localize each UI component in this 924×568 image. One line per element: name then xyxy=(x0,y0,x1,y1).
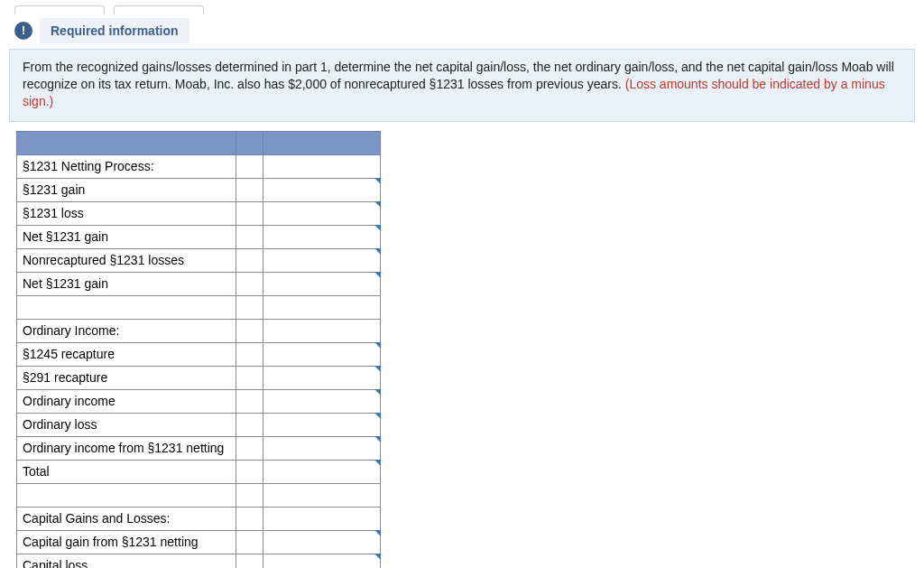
value-input-cell[interactable] xyxy=(263,366,381,389)
value-cell xyxy=(263,154,381,178)
spacer-cell xyxy=(236,460,263,483)
value-input-cell[interactable] xyxy=(263,178,381,201)
spacer-cell xyxy=(236,436,263,460)
value-input-cell[interactable] xyxy=(263,413,381,436)
tab-stub[interactable] xyxy=(114,5,204,14)
spacer-cell xyxy=(236,530,263,554)
value-input-cell[interactable] xyxy=(263,389,381,413)
value-input-cell[interactable] xyxy=(263,248,381,272)
required-info-row: ! Required information xyxy=(14,18,915,43)
value-input-cell[interactable] xyxy=(263,554,381,568)
spacer-cell xyxy=(236,248,263,272)
empty-cell xyxy=(17,295,236,319)
row-label: Capital loss xyxy=(17,554,236,568)
required-information-button[interactable]: Required information xyxy=(40,18,189,43)
row-label: Total xyxy=(17,460,236,483)
row-label: Ordinary income from §1231 netting xyxy=(17,436,236,460)
empty-cell xyxy=(236,483,263,507)
spacer-cell xyxy=(236,342,263,366)
row-label: §1245 recapture xyxy=(17,342,236,366)
row-label: Ordinary loss xyxy=(17,413,236,436)
spacer-cell xyxy=(236,272,263,295)
empty-cell xyxy=(17,483,236,507)
spacer-cell xyxy=(236,319,263,342)
empty-cell xyxy=(263,295,381,319)
value-cell xyxy=(263,507,381,530)
tab-stubs xyxy=(14,5,915,14)
spacer-cell xyxy=(236,413,263,436)
row-label: §1231 gain xyxy=(17,178,236,201)
row-label: §1231 loss xyxy=(17,201,236,225)
row-label: §1231 Netting Process: xyxy=(17,154,236,178)
empty-cell xyxy=(236,295,263,319)
empty-cell xyxy=(263,483,381,507)
column-header xyxy=(263,131,381,154)
info-icon: ! xyxy=(14,22,32,40)
spacer-cell xyxy=(236,366,263,389)
spacer-cell xyxy=(236,389,263,413)
row-label: Ordinary Income: xyxy=(17,319,236,342)
row-label: Net §1231 gain xyxy=(17,225,236,248)
spacer-cell xyxy=(236,554,263,568)
row-label: Capital gain from §1231 netting xyxy=(17,530,236,554)
value-input-cell[interactable] xyxy=(263,201,381,225)
top-area: ! Required information xyxy=(0,0,924,43)
value-input-cell[interactable] xyxy=(263,272,381,295)
row-label: §291 recapture xyxy=(17,366,236,389)
column-header xyxy=(236,131,263,154)
value-cell xyxy=(263,319,381,342)
worksheet-table: §1231 Netting Process:§1231 gain§1231 lo… xyxy=(16,131,381,568)
row-label: Nonrecaptured §1231 losses xyxy=(17,248,236,272)
spacer-cell xyxy=(236,507,263,530)
worksheet: §1231 Netting Process:§1231 gain§1231 lo… xyxy=(16,131,924,568)
row-label: Ordinary income xyxy=(17,389,236,413)
value-input-cell[interactable] xyxy=(263,460,381,483)
spacer-cell xyxy=(236,225,263,248)
tab-stub[interactable] xyxy=(14,5,105,14)
row-label: Capital Gains and Losses: xyxy=(17,507,236,530)
spacer-cell xyxy=(236,178,263,201)
row-label: Net §1231 gain xyxy=(17,272,236,295)
spacer-cell xyxy=(236,154,263,178)
column-header xyxy=(17,131,236,154)
value-input-cell[interactable] xyxy=(263,436,381,460)
value-input-cell[interactable] xyxy=(263,225,381,248)
spacer-cell xyxy=(236,201,263,225)
instruction-panel: From the recognized gains/losses determi… xyxy=(9,49,915,122)
value-input-cell[interactable] xyxy=(263,530,381,554)
value-input-cell[interactable] xyxy=(263,342,381,366)
